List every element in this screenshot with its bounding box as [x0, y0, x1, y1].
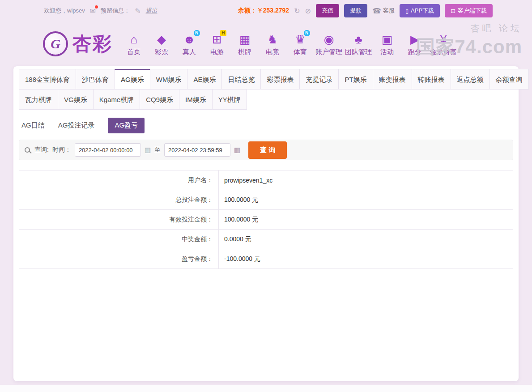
tab-chongti-jilu[interactable]: 充提记录 — [299, 69, 339, 89]
tab-yue-chaxun[interactable]: 余额查询 — [489, 69, 529, 89]
live-person-icon: ☻N — [183, 32, 195, 47]
monitor-icon: ⊡ — [451, 8, 455, 14]
lottery-icon: ◆ — [157, 32, 166, 47]
nav-item-sports[interactable]: ♛N 体育 — [286, 30, 314, 58]
calendar-icon[interactable]: ▦ — [145, 146, 151, 154]
topbar: 欢迎您，wipsev ✉ 预留信息： ✎ 退出 余额：￥253.2792 ↻ ⊘… — [0, 0, 532, 21]
trophy-icon: ♛N — [295, 32, 305, 47]
tab-row-2: 瓦力棋牌 VG娱乐 Kgame棋牌 CQ9娱乐 IM娱乐 YY棋牌 — [19, 89, 513, 110]
team-icon: ♣ — [354, 32, 362, 47]
bottom-strip — [0, 385, 532, 392]
phone-icon: ▯ — [405, 8, 409, 14]
hot-badge: H — [220, 30, 226, 36]
main-card: 188金宝博体育 沙巴体育 AG娱乐 WM娱乐 AE娱乐 日结总览 彩票报表 充… — [13, 66, 519, 381]
table-row: 盈亏金额： -100.0000 元 — [19, 249, 513, 269]
refresh-icon[interactable]: ↻ — [294, 7, 300, 15]
table-row: 中奖金额： 0.0000 元 — [19, 230, 513, 249]
edit-icon[interactable]: ✎ — [135, 7, 140, 15]
nav-item-esports[interactable]: ♞ 电竞 — [259, 30, 286, 58]
balance-value: ￥253.2792 — [257, 7, 289, 14]
notification-dot — [95, 5, 98, 9]
tab-wali-qipai[interactable]: 瓦力棋牌 — [19, 89, 58, 110]
gold-icon: ¥ — [440, 32, 447, 47]
row-value: -100.0000 元 — [219, 249, 513, 269]
nav-item-paofen[interactable]: ▶ 跑分 — [401, 30, 429, 58]
account-icon: ◉ — [324, 32, 334, 47]
tab-zhangbian-baobiao[interactable]: 账变报表 — [373, 69, 412, 89]
query-button[interactable]: 查 询 — [248, 141, 287, 159]
row-value: 100.0000 元 — [219, 210, 513, 230]
nav-item-team-management[interactable]: ♣ 团队管理 — [344, 30, 373, 58]
mail-icon[interactable]: ✉ — [90, 7, 96, 15]
customer-service-link[interactable]: ☎ 客服 — [372, 7, 395, 15]
recharge-button[interactable]: 充值 — [316, 4, 339, 17]
welcome-text: 欢迎您，wipsev — [44, 7, 85, 15]
balance: 余额：￥253.2792 — [238, 7, 289, 15]
subtab-ag-rijie[interactable]: AG日结 — [21, 121, 45, 130]
tab-im-yule[interactable]: IM娱乐 — [179, 89, 213, 110]
table-row: 有效投注金额： 100.0000 元 — [19, 210, 513, 230]
gift-icon: ▣ — [382, 32, 393, 47]
tab-row-1: 188金宝博体育 沙巴体育 AG娱乐 WM娱乐 AE娱乐 日结总览 彩票报表 充… — [19, 69, 513, 89]
nav-item-live[interactable]: ☻N 真人 — [175, 30, 203, 58]
app-download-button[interactable]: ▯ APP下载 — [400, 4, 440, 17]
mahjong-tile-icon: ▦ — [239, 32, 251, 47]
table-row: 用户名： prowipseven1_xc — [19, 170, 513, 190]
sub-tabs: AG日结 AG投注记录 AG盈亏 — [21, 118, 511, 133]
tab-pt-yule[interactable]: PT娱乐 — [338, 69, 373, 89]
datetime-from-input[interactable] — [75, 143, 141, 157]
nav-item-lottery[interactable]: ◆ 彩票 — [148, 30, 175, 58]
nav-item-home[interactable]: ⌂ 首页 — [120, 30, 148, 58]
home-icon: ⌂ — [130, 32, 137, 47]
service-label: 客服 — [383, 7, 395, 15]
tab-188jinbaobo-tiyu[interactable]: 188金宝博体育 — [19, 69, 76, 89]
query-bar: 查询: 时间： ▦ 至 ▦ 查 询 — [19, 140, 513, 160]
subtab-ag-yingkui[interactable]: AG盈亏 — [108, 118, 145, 133]
client-download-button[interactable]: ⊡ 客户端下载 — [445, 4, 493, 17]
tab-ae-yule[interactable]: AE娱乐 — [187, 69, 222, 89]
new-badge: N — [304, 30, 310, 36]
tab-ag-yule[interactable]: AG娱乐 — [115, 69, 150, 89]
nav-item-account-management[interactable]: ◉ 账户管理 — [314, 30, 344, 58]
site-logo[interactable]: G 杏彩 — [43, 31, 113, 56]
to-label: 至 — [154, 146, 161, 154]
esports-icon: ♞ — [267, 32, 277, 47]
header: G 杏彩 ⌂ 首页 ◆ 彩票 ☻N 真人 ⊞H 电游 ▦ 棋牌 ♞ 电竞 ♛N — [0, 21, 532, 66]
main-nav: ⌂ 首页 ◆ 彩票 ☻N 真人 ⊞H 电游 ▦ 棋牌 ♞ 电竞 ♛N 体育 ◉ — [120, 30, 458, 58]
nav-item-wealth[interactable]: ¥ 金鼎财富 — [429, 30, 458, 58]
tab-wm-yule[interactable]: WM娱乐 — [150, 69, 188, 89]
tab-yy-qipai[interactable]: YY棋牌 — [212, 89, 247, 110]
tab-shaba-tiyu[interactable]: 沙巴体育 — [76, 69, 115, 89]
time-label: 时间： — [52, 146, 71, 154]
subtab-ag-touzhu-jilu[interactable]: AG投注记录 — [58, 121, 95, 130]
service-icon: ☎ — [372, 7, 381, 15]
tab-zhuanzhang-baobiao[interactable]: 转账报表 — [412, 69, 451, 89]
tab-cq9-yule[interactable]: CQ9娱乐 — [140, 89, 179, 110]
tab-kgame-qipai[interactable]: Kgame棋牌 — [93, 89, 140, 110]
tab-caipiao-baobiao[interactable]: 彩票报表 — [260, 69, 300, 89]
row-label: 总投注金额： — [19, 190, 219, 210]
reserved-info-label: 预留信息： — [101, 7, 130, 15]
logo-emblem-icon: G — [43, 31, 68, 56]
hide-balance-icon[interactable]: ⊘ — [305, 7, 311, 15]
logout-link[interactable]: 退出 — [146, 7, 157, 15]
nav-item-egames[interactable]: ⊞H 电游 — [203, 30, 231, 58]
balance-label: 余额： — [238, 7, 257, 14]
row-value: 100.0000 元 — [219, 190, 513, 210]
runner-icon: ▶ — [410, 32, 419, 47]
tab-vg-yule[interactable]: VG娱乐 — [58, 89, 94, 110]
row-label: 盈亏金额： — [19, 249, 219, 269]
nav-item-activities[interactable]: ▣ 活动 — [373, 30, 401, 58]
calendar-icon[interactable]: ▦ — [234, 146, 240, 154]
row-label: 有效投注金额： — [19, 210, 219, 230]
row-value: prowipseven1_xc — [219, 170, 513, 190]
query-label: 查询: — [34, 146, 49, 154]
withdraw-button[interactable]: 提款 — [344, 4, 367, 17]
gamepad-icon: ⊞H — [212, 32, 222, 47]
new-badge: N — [194, 30, 200, 36]
nav-item-boardgames[interactable]: ▦ 棋牌 — [231, 30, 259, 58]
tab-rijie-zonglan[interactable]: 日结总览 — [221, 69, 261, 89]
tab-fandian-zonge[interactable]: 返点总额 — [451, 69, 490, 89]
datetime-to-input[interactable] — [164, 143, 230, 157]
row-label: 中奖金额： — [19, 230, 219, 249]
